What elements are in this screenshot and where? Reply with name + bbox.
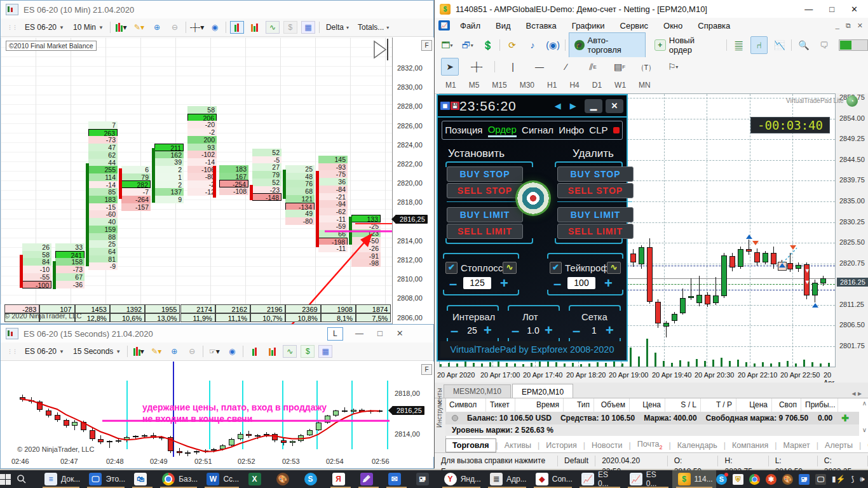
taskbar-app-ES 0...[interactable]: 📈ES 0... (576, 470, 624, 488)
set-sell-stop-button[interactable]: SELL STOP (447, 183, 523, 198)
minimize-button[interactable]: — (355, 329, 363, 338)
selected-marker[interactable] (778, 262, 787, 271)
instrument-selector[interactable]: ES 06-20▼ (22, 346, 67, 357)
fibonacci-tool[interactable]: ▤F (611, 58, 628, 76)
timeframe-W1[interactable]: W1 (609, 79, 632, 92)
zoom-in-icon[interactable]: ⊕ (150, 21, 164, 34)
market-watch-icon[interactable]: 💲 (479, 36, 496, 54)
drawing-tools-button[interactable]: ✎▾ (132, 21, 146, 34)
mt5-price-axis[interactable]: 2858.752854.002849.252844.502839.752835.… (836, 93, 868, 367)
column-header-Цена[interactable]: Цена (630, 398, 665, 412)
scroll-down-icon[interactable]: ∨ (862, 426, 867, 433)
toolbox-tab-Торговля[interactable]: Торговля (445, 438, 496, 452)
set-buy-stop-button[interactable]: BUY STOP (447, 166, 523, 182)
menu-Графики[interactable]: Графики (564, 21, 613, 30)
taskbar-app-Док...[interactable]: ≡Док... (39, 470, 83, 488)
menu-Файл[interactable]: Файл (452, 21, 488, 30)
taskbar-app-pcx[interactable]: 🖳 (410, 470, 438, 488)
next-arrow-icon[interactable]: ▶ (570, 101, 576, 111)
grid-plus-button[interactable]: + (606, 325, 614, 336)
start-button[interactable] (0, 470, 11, 488)
delete-buy-limit-button[interactable]: BUY LIMIT (557, 207, 634, 222)
toolbox-tab-Маркет[interactable]: Маркет (777, 439, 817, 452)
profiles-button[interactable]: 🗗▾ (459, 36, 476, 54)
column-header-Тип[interactable]: Тип (564, 398, 594, 412)
delete-buy-stop-button[interactable]: BUY STOP (557, 166, 634, 182)
toolbox-tab-История[interactable]: История (539, 439, 583, 452)
zoom-in-icon[interactable]: ⊕ (167, 345, 181, 358)
price-axis[interactable]: 2832,002830,002828,002826,002824,002822,… (392, 37, 435, 325)
lot-minus-button[interactable]: – (512, 325, 519, 337)
menu-Справка[interactable]: Справка (690, 21, 738, 30)
taskbar-app-ya[interactable]: Я (327, 470, 355, 488)
candles-chart-icon[interactable]: ⑁ (750, 36, 768, 54)
antivirus-icon[interactable]: ✱ (766, 474, 776, 485)
chart-tab-EPM20,M10[interactable]: EPM20,M10 (512, 384, 573, 398)
lot-plus-button[interactable]: + (545, 325, 553, 336)
palette-tray-icon[interactable]: 🎨 (782, 474, 793, 485)
chrome-tray-icon[interactable] (749, 474, 760, 485)
taskbar-app-skype[interactable]: S (299, 470, 327, 488)
chart-style-button[interactable]: ▾ (132, 345, 146, 358)
display-tray-icon[interactable]: 🖵 (815, 474, 826, 485)
grid-value[interactable]: 1 (587, 325, 602, 336)
indicator-icon[interactable]: ∿ (283, 345, 297, 358)
stoploss-minus-button[interactable]: – (449, 278, 457, 290)
hline-tool[interactable]: — (531, 58, 548, 76)
toolbox-tab-Календарь[interactable]: Календарь (671, 439, 724, 452)
dom-grid-icon[interactable]: ▦ (301, 21, 315, 34)
signals-icon[interactable]: (◉) (545, 36, 562, 54)
delta-selector[interactable]: Delta▾ (323, 22, 351, 33)
taskbar-app-Это...[interactable]: 🖵Это... (83, 470, 128, 488)
takeprofit-value[interactable]: 100 (567, 277, 595, 289)
taskbar-app-palette[interactable]: 🎨 (271, 470, 299, 488)
profile-name[interactable]: Default (558, 456, 595, 466)
vtp-tab-Ордер[interactable]: Ордер (488, 124, 517, 137)
timeframe-M15[interactable]: M15 (486, 79, 512, 92)
lot-value[interactable]: 1.0 (526, 325, 541, 336)
magnifier-icon[interactable]: ◉ (225, 345, 239, 358)
grid-minus-button[interactable]: – (573, 325, 580, 337)
close-button[interactable]: ✕ (397, 329, 403, 338)
crosshair-tool[interactable]: -┼- (468, 58, 485, 76)
timeframe-M5[interactable]: M5 (463, 79, 485, 92)
mt5-titlebar[interactable]: $ 1140851 - AMPGlobalEU-Demo: Демо-счет … (435, 0, 868, 18)
line-chart-icon[interactable]: 📉 (771, 36, 788, 54)
interval-selector[interactable]: 10 Min▼ (71, 22, 106, 33)
toolbox-tab-Сигналы[interactable]: Сигналы (861, 439, 868, 452)
skype-tray-icon[interactable]: S (716, 474, 727, 485)
prev-arrow-icon[interactable]: ◀ (555, 101, 561, 111)
column-header-Своп[interactable]: Своп (772, 398, 801, 412)
vtp-tab-Сигнал[interactable]: Сигнал (522, 125, 553, 136)
magnifier-icon[interactable]: ◉ (208, 21, 222, 34)
cursor-button[interactable]: ☞▾ (207, 345, 221, 358)
taskbar-app-mail[interactable]: ✉ (383, 470, 410, 488)
channel-tool[interactable]: ⫽E (584, 58, 602, 76)
market-analyzer-icon[interactable] (247, 345, 261, 358)
menu-Окно[interactable]: Окно (656, 21, 690, 30)
column-header-Время[interactable]: Время (515, 398, 564, 412)
child-minimize-button[interactable]: _ (836, 22, 839, 30)
taskbar-app-Янд...[interactable]: YЯнд... (438, 470, 484, 488)
menu-Вид[interactable]: Вид (488, 21, 519, 30)
interval-selector[interactable]: 15 Seconds▼ (71, 346, 123, 357)
depth-chart-icon[interactable] (265, 345, 279, 358)
menu-Вставка[interactable]: Вставка (519, 21, 564, 30)
market-analyzer-icon[interactable] (230, 21, 244, 34)
totals-selector[interactable]: Totals...▾ (355, 22, 391, 33)
takeprofit-checkbox[interactable]: ✔ (550, 262, 562, 274)
child-restore-button[interactable]: ⧉ (846, 22, 851, 30)
stoploss-value[interactable]: 125 (463, 277, 491, 289)
interval-value[interactable]: 25 (465, 325, 480, 336)
dollar-icon[interactable]: $ (283, 21, 297, 34)
set-sell-limit-button[interactable]: SELL LIMIT (447, 224, 523, 239)
vtp-tab-Позиция[interactable]: Позиция (445, 125, 482, 136)
column-header-S / L[interactable]: S / L (665, 398, 701, 412)
shapes-tool[interactable]: ⚐▾ (664, 58, 682, 76)
indicator-icon[interactable]: ∿ (266, 21, 280, 34)
dom-grid-icon[interactable]: ▦ (318, 345, 332, 358)
takeprofit-minus-button[interactable]: – (553, 278, 561, 290)
timeframe-H1[interactable]: H1 (541, 79, 562, 92)
zoom-out-icon[interactable]: ⊖ (185, 345, 199, 358)
tab-scroll-arrows[interactable]: ◂ ▸ (852, 389, 868, 398)
